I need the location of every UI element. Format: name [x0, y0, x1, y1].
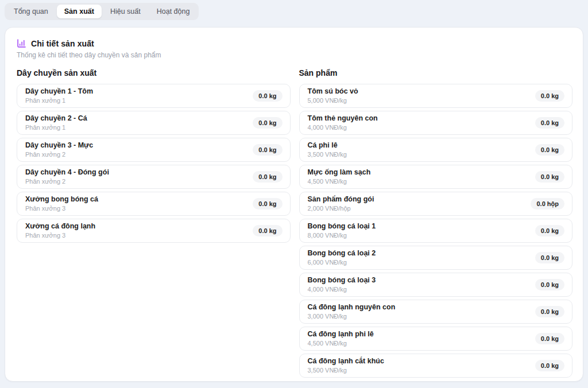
item-name: Xưởng bong bóng cá — [25, 195, 98, 204]
item-subtitle: 3,500 VNĐ/kg — [308, 151, 347, 158]
card-title: Chi tiết sản xuất — [31, 39, 94, 48]
production-lines-list: Dây chuyền 1 - Tôm Phân xưởng 1 0.0 kg D… — [17, 84, 291, 243]
item-name: Cá phi lê — [308, 141, 347, 150]
product-item: Bong bóng cá loại 3 4,000 VNĐ/kg 0.0 kg — [299, 273, 573, 297]
item-subtitle: Phân xưởng 2 — [25, 178, 109, 185]
item-subtitle: 8,000 VNĐ/kg — [308, 232, 376, 239]
quantity-badge: 0.0 kg — [535, 252, 564, 263]
tab-tong-quan[interactable]: Tổng quan — [6, 5, 56, 18]
item-name: Bong bóng cá loại 2 — [308, 249, 376, 258]
quantity-badge: 0.0 kg — [535, 171, 564, 183]
item-name: Xưởng cá đông lạnh — [25, 222, 95, 231]
production-line-item: Dây chuyền 1 - Tôm Phân xưởng 1 0.0 kg — [17, 84, 291, 108]
item-text: Bong bóng cá loại 2 6,000 VNĐ/kg — [308, 249, 376, 266]
item-name: Tôm thẻ nguyên con — [308, 114, 378, 123]
item-name: Dây chuyền 1 - Tôm — [25, 87, 93, 96]
item-text: Cá phi lê 3,500 VNĐ/kg — [308, 141, 347, 158]
quantity-badge: 0.0 kg — [253, 225, 282, 236]
item-name: Cá đông lạnh nguyên con — [308, 303, 396, 312]
item-subtitle: 6,000 VNĐ/kg — [308, 259, 376, 266]
item-subtitle: 2,000 VNĐ/hộp — [308, 205, 374, 212]
item-name: Dây chuyền 4 - Đóng gói — [25, 168, 109, 177]
quantity-badge: 0.0 hộp — [531, 198, 564, 209]
production-line-item: Dây chuyền 2 - Cá Phân xưởng 1 0.0 kg — [17, 111, 291, 135]
item-subtitle: 5,000 VNĐ/kg — [308, 97, 358, 104]
item-name: Sản phẩm đóng gói — [308, 195, 374, 204]
item-name: Cá đông lạnh phi lê — [308, 330, 374, 339]
item-text: Cá đông lạnh cắt khúc 3,500 VNĐ/kg — [308, 357, 384, 374]
quantity-badge: 0.0 kg — [535, 279, 564, 290]
tab-bar: Tổng quanSản xuấtHiệu suấtHoạt động — [5, 3, 199, 20]
item-name: Dây chuyền 2 - Cá — [25, 114, 87, 123]
tab-hoat-dong[interactable]: Hoạt động — [149, 5, 198, 18]
product-item: Mực ống làm sạch 4,500 VNĐ/kg 0.0 kg — [299, 165, 573, 189]
item-name: Bong bóng cá loại 1 — [308, 222, 376, 231]
quantity-badge: 0.0 kg — [535, 117, 564, 129]
quantity-badge: 0.0 kg — [253, 198, 282, 209]
item-subtitle: 3,500 VNĐ/kg — [308, 367, 384, 374]
quantity-badge: 0.0 kg — [253, 90, 282, 102]
production-line-item: Xưởng cá đông lạnh Phân xưởng 3 0.0 kg — [17, 219, 291, 243]
item-text: Tôm sú bóc vỏ 5,000 VNĐ/kg — [308, 87, 358, 104]
item-text: Xưởng bong bóng cá Phân xưởng 3 — [25, 195, 98, 212]
product-item: Cá đông lạnh nguyên con 3,000 VNĐ/kg 0.0… — [299, 300, 573, 324]
tab-hieu-suat[interactable]: Hiệu suất — [103, 5, 148, 18]
production-lines-section: Dây chuyền sản xuất Dây chuyền 1 - Tôm P… — [17, 69, 291, 243]
production-line-item: Dây chuyền 3 - Mực Phân xưởng 2 0.0 kg — [17, 138, 291, 162]
card-header: Chi tiết sản xuất — [17, 38, 572, 48]
bar-chart-icon — [17, 38, 26, 48]
tab-san-xuat[interactable]: Sản xuất — [57, 5, 102, 18]
product-item: Cá đông lạnh phi lê 4,500 VNĐ/kg 0.0 kg — [299, 327, 573, 351]
item-text: Tôm thẻ nguyên con 4,000 VNĐ/kg — [308, 114, 378, 131]
item-name: Dây chuyền 3 - Mực — [25, 141, 93, 150]
quantity-badge: 0.0 kg — [535, 144, 564, 156]
item-subtitle: Phân xưởng 3 — [25, 205, 98, 212]
item-text: Dây chuyền 2 - Cá Phân xưởng 1 — [25, 114, 87, 131]
item-subtitle: 3,000 VNĐ/kg — [308, 313, 396, 320]
item-name: Mực ống làm sạch — [308, 168, 371, 177]
quantity-badge: 0.0 kg — [535, 225, 564, 236]
quantity-badge: 0.0 kg — [535, 333, 564, 344]
product-item: Cá đông lạnh cắt khúc 3,500 VNĐ/kg 0.0 k… — [299, 354, 573, 378]
item-subtitle: 4,500 VNĐ/kg — [308, 178, 371, 185]
production-line-item: Xưởng bong bóng cá Phân xưởng 3 0.0 kg — [17, 192, 291, 216]
item-text: Dây chuyền 3 - Mực Phân xưởng 2 — [25, 141, 93, 158]
item-subtitle: 4,000 VNĐ/kg — [308, 124, 378, 131]
product-item: Sản phẩm đóng gói 2,000 VNĐ/hộp 0.0 hộp — [299, 192, 573, 216]
columns: Dây chuyền sản xuất Dây chuyền 1 - Tôm P… — [17, 69, 572, 378]
item-text: Mực ống làm sạch 4,500 VNĐ/kg — [308, 168, 371, 185]
section-heading-production-lines: Dây chuyền sản xuất — [17, 69, 291, 77]
item-name: Bong bóng cá loại 3 — [308, 276, 376, 285]
product-item: Tôm sú bóc vỏ 5,000 VNĐ/kg 0.0 kg — [299, 84, 573, 108]
item-name: Cá đông lạnh cắt khúc — [308, 357, 384, 366]
product-item: Cá phi lê 3,500 VNĐ/kg 0.0 kg — [299, 138, 573, 162]
product-item: Tôm thẻ nguyên con 4,000 VNĐ/kg 0.0 kg — [299, 111, 573, 135]
item-subtitle: 4,000 VNĐ/kg — [308, 286, 376, 293]
item-text: Sản phẩm đóng gói 2,000 VNĐ/hộp — [308, 195, 374, 212]
quantity-badge: 0.0 kg — [535, 360, 564, 371]
production-detail-card: Chi tiết sản xuất Thống kê chi tiết theo… — [5, 27, 583, 382]
section-heading-products: Sản phẩm — [299, 69, 573, 77]
item-subtitle: Phân xưởng 2 — [25, 151, 93, 158]
item-text: Cá đông lạnh nguyên con 3,000 VNĐ/kg — [308, 303, 396, 320]
products-section: Sản phẩm Tôm sú bóc vỏ 5,000 VNĐ/kg 0.0 … — [299, 69, 573, 378]
item-text: Cá đông lạnh phi lê 4,500 VNĐ/kg — [308, 330, 374, 347]
item-subtitle: Phân xưởng 1 — [25, 124, 87, 131]
quantity-badge: 0.0 kg — [253, 117, 282, 129]
item-name: Tôm sú bóc vỏ — [308, 87, 358, 96]
item-text: Xưởng cá đông lạnh Phân xưởng 3 — [25, 222, 95, 239]
production-line-item: Dây chuyền 4 - Đóng gói Phân xưởng 2 0.0… — [17, 165, 291, 189]
quantity-badge: 0.0 kg — [535, 306, 564, 317]
product-item: Bong bóng cá loại 1 8,000 VNĐ/kg 0.0 kg — [299, 219, 573, 243]
item-text: Dây chuyền 4 - Đóng gói Phân xưởng 2 — [25, 168, 109, 185]
item-text: Bong bóng cá loại 1 8,000 VNĐ/kg — [308, 222, 376, 239]
products-list: Tôm sú bóc vỏ 5,000 VNĐ/kg 0.0 kg Tôm th… — [299, 84, 573, 378]
item-text: Dây chuyền 1 - Tôm Phân xưởng 1 — [25, 87, 93, 104]
card-subtitle: Thống kê chi tiết theo dây chuyền và sản… — [17, 51, 572, 59]
product-item: Bong bóng cá loại 2 6,000 VNĐ/kg 0.0 kg — [299, 246, 573, 270]
item-subtitle: 4,500 VNĐ/kg — [308, 340, 374, 347]
item-subtitle: Phân xưởng 1 — [25, 97, 93, 104]
quantity-badge: 0.0 kg — [253, 144, 282, 156]
item-text: Bong bóng cá loại 3 4,000 VNĐ/kg — [308, 276, 376, 293]
quantity-badge: 0.0 kg — [253, 171, 282, 183]
